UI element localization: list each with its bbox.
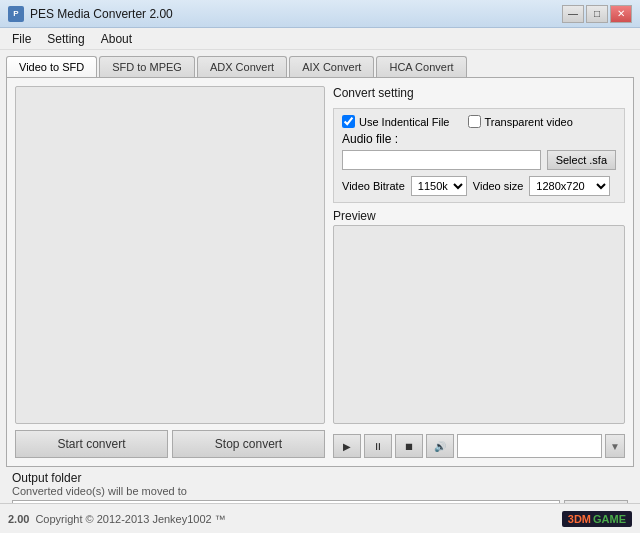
menu-about[interactable]: About <box>93 30 140 48</box>
convert-setting-label: Convert setting <box>333 86 625 100</box>
tab-aix-convert[interactable]: AIX Convert <box>289 56 374 77</box>
window-controls: — □ ✕ <box>562 5 632 23</box>
transparent-video-label[interactable]: Transparent video <box>468 115 573 128</box>
audio-file-row: Audio file : <box>342 132 616 146</box>
status-copyright: Copyright © 2012-2013 Jenkey1002 ™ <box>35 513 225 525</box>
convert-setting-box: Use Indentical File Transparent video Au… <box>333 108 625 203</box>
tab-bar: Video to SFD SFD to MPEG ADX Convert AIX… <box>6 56 634 77</box>
preview-section: Preview <box>333 209 625 424</box>
output-sublabel: Converted video(s) will be moved to <box>12 485 628 497</box>
status-version: 2.00 <box>8 513 29 525</box>
app-icon: P <box>8 6 24 22</box>
progress-bar[interactable] <box>457 434 602 458</box>
audio-file-input-row: Select .sfa <box>342 150 616 170</box>
audio-file-label: Audio file : <box>342 132 398 146</box>
tab-adx-convert[interactable]: ADX Convert <box>197 56 287 77</box>
menu-file[interactable]: File <box>4 30 39 48</box>
close-button[interactable]: ✕ <box>610 5 632 23</box>
use-identical-file-checkbox[interactable] <box>342 115 355 128</box>
audio-file-input[interactable] <box>342 150 541 170</box>
video-preview-area <box>15 86 325 424</box>
maximize-button[interactable]: □ <box>586 5 608 23</box>
playback-controls-row: ▶ ⏸ ⏹ 🔊 ▼ <box>333 434 625 458</box>
tab-video-to-sfd[interactable]: Video to SFD <box>6 56 97 77</box>
bitrate-row: Video Bitrate 1150k 150k 300k 500k 750k … <box>342 176 616 196</box>
video-size-select[interactable]: 320x240 640x480 1280x720 1920x1080 <box>529 176 610 196</box>
start-convert-button[interactable]: Start convert <box>15 430 168 458</box>
menu-bar: File Setting About <box>0 28 640 50</box>
progress-arrow[interactable]: ▼ <box>605 434 625 458</box>
video-size-label: Video size <box>473 180 524 192</box>
title-text: PES Media Converter 2.00 <box>30 7 173 21</box>
main-content: Video to SFD SFD to MPEG ADX Convert AIX… <box>0 50 640 503</box>
preview-box <box>333 225 625 424</box>
tab-sfd-to-mpeg[interactable]: SFD to MPEG <box>99 56 195 77</box>
logo-3d: 3DM <box>568 513 591 525</box>
preview-label: Preview <box>333 209 625 223</box>
tab-content-panel: Start convert Stop convert Convert setti… <box>6 77 634 467</box>
checkbox-row: Use Indentical File Transparent video <box>342 115 616 128</box>
video-bitrate-select[interactable]: 1150k 150k 300k 500k 750k 1000k 1150k 15… <box>411 176 467 196</box>
status-bar: 2.00 Copyright © 2012-2013 Jenkey1002 ™ … <box>0 503 640 533</box>
settings-panel: Convert setting Use Indentical File Tran… <box>333 86 625 458</box>
pause-button[interactable]: ⏸ <box>364 434 392 458</box>
tab-hca-convert[interactable]: HCA Convert <box>376 56 466 77</box>
use-identical-file-label[interactable]: Use Indentical File <box>342 115 450 128</box>
video-bitrate-label: Video Bitrate <box>342 180 405 192</box>
output-folder-label: Output folder <box>12 471 628 485</box>
title-bar: P PES Media Converter 2.00 — □ ✕ <box>0 0 640 28</box>
stop-convert-button[interactable]: Stop convert <box>172 430 325 458</box>
audio-button[interactable]: 🔊 <box>426 434 454 458</box>
select-sfa-button[interactable]: Select .sfa <box>547 150 616 170</box>
transparent-video-checkbox[interactable] <box>468 115 481 128</box>
status-logo: 3DMGAME <box>562 511 632 527</box>
stop-button[interactable]: ⏹ <box>395 434 423 458</box>
play-button[interactable]: ▶ <box>333 434 361 458</box>
menu-setting[interactable]: Setting <box>39 30 92 48</box>
video-panel: Start convert Stop convert <box>15 86 325 458</box>
logo-game: GAME <box>593 513 626 525</box>
minimize-button[interactable]: — <box>562 5 584 23</box>
convert-buttons-row: Start convert Stop convert <box>15 430 325 458</box>
